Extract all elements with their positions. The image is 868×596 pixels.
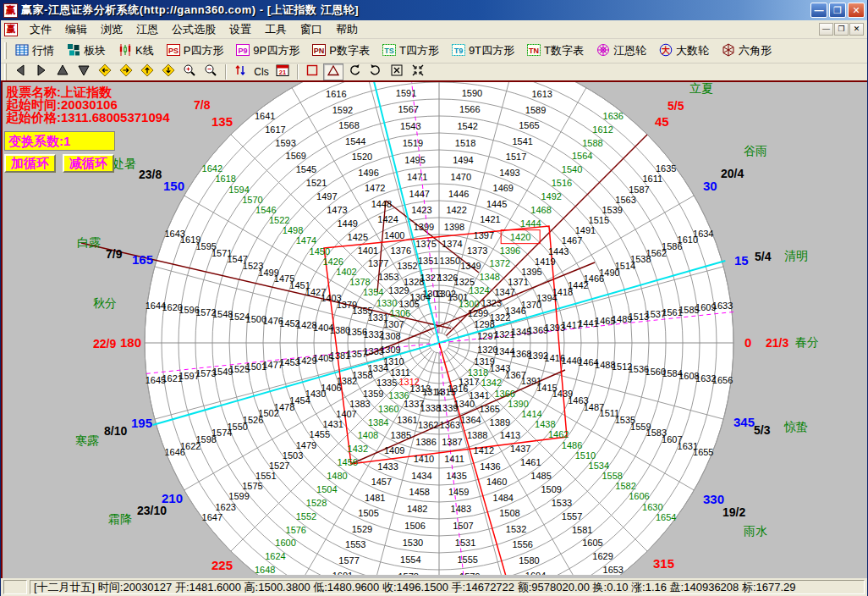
coefficient-field[interactable]: 变换系数:1 — [4, 131, 115, 151]
wheel-number: 1364 — [460, 415, 481, 425]
wheel-number: 1521 — [306, 178, 327, 188]
menu-item-窗口[interactable]: 窗口 — [294, 20, 329, 39]
svg-text:21: 21 — [279, 69, 286, 76]
wheel-number: 1407 — [336, 409, 356, 419]
toolbar-9t-square-button[interactable]: T99T四方形 — [447, 41, 519, 62]
wheel-outer-label: 寒露 — [75, 433, 99, 447]
toolbar-p-square-button[interactable]: PSP四方形 — [162, 41, 229, 62]
menu-item-编辑[interactable]: 编辑 — [58, 20, 94, 39]
toolbar-quotes-button[interactable]: 行情 — [10, 41, 59, 62]
toolbar-p-table-button[interactable]: PNP数字表 — [307, 41, 375, 62]
mdi-close-button[interactable]: ✕ — [849, 23, 864, 36]
wheel-number: 1449 — [337, 218, 357, 229]
wheel-number: 1569 — [286, 151, 306, 161]
mdi-minimize-button[interactable]: — — [819, 23, 833, 36]
pan-down-button[interactable] — [158, 63, 179, 80]
menu-item-帮助[interactable]: 帮助 — [329, 20, 365, 39]
menu-item-浏览[interactable]: 浏览 — [94, 20, 129, 39]
minimize-button[interactable]: — — [810, 3, 827, 18]
wheel-number: 1645 — [146, 375, 166, 385]
toolbar-t-square-button[interactable]: TST四方形 — [377, 41, 444, 62]
restore-button[interactable]: ❐ — [829, 3, 846, 18]
toolbar-9p-square-button[interactable]: P99P四方形 — [231, 41, 305, 62]
wheel-number: 1341 — [469, 390, 489, 400]
calendar-button[interactable]: 21 — [272, 63, 293, 80]
pn-badge-icon: PN — [312, 43, 326, 59]
next-button[interactable] — [31, 63, 52, 80]
pan-up-button[interactable] — [137, 63, 157, 80]
kline-icon — [118, 43, 132, 59]
pan-right-button[interactable] — [116, 63, 136, 80]
rotate-cw-button[interactable] — [365, 63, 386, 80]
wheel-number: 1604 — [525, 571, 546, 575]
toolbar-big-wheel-button[interactable]: 大大数轮 — [654, 41, 714, 62]
wheel-number: 1360 — [378, 404, 398, 414]
square-tool-button[interactable] — [302, 63, 322, 80]
arrow-left-icon — [14, 63, 27, 80]
pan-left-button[interactable] — [95, 63, 115, 80]
menu-item-江恩[interactable]: 江恩 — [129, 20, 165, 39]
cls-button[interactable]: Cls — [251, 63, 272, 80]
wheel-number: 1473 — [327, 205, 347, 215]
toolbar-kline-button[interactable]: K线 — [113, 41, 159, 62]
wheel-number: 1375 — [415, 239, 436, 249]
menu-item-公式选股[interactable]: 公式选股 — [165, 20, 222, 39]
status-bar: [十二月廿五] 时间:20030127 开:1481.6000 高:1500.3… — [1, 578, 867, 596]
toolbar-sectors-button[interactable]: 板块 — [62, 41, 111, 62]
menu-item-文件[interactable]: 文件 — [23, 20, 58, 39]
close-button[interactable]: ✕ — [848, 3, 865, 18]
wheel-number: 1570 — [242, 195, 262, 205]
wheel-number: 1519 — [403, 138, 423, 148]
wheel-number: 1580 — [519, 555, 539, 566]
toolbar-t-table-button[interactable]: TNT数字表 — [522, 41, 589, 62]
wheel-number: 1545 — [296, 164, 316, 174]
wheel-number: 1385 — [391, 430, 411, 440]
wheel-number: 1438 — [535, 419, 555, 429]
triangle-tool-button[interactable] — [323, 63, 343, 80]
app-window: 赢 赢家-江恩证券分析系统(http://gann360.com) - [上证指… — [0, 0, 868, 596]
toolbar-gann-wheel-button[interactable]: 江恩轮 — [591, 41, 651, 62]
wheel-number: 1383 — [349, 399, 370, 409]
wheel-number: 1482 — [407, 504, 427, 514]
wheel-outer-label: 0 — [744, 335, 751, 350]
up-down-arrows-icon — [233, 63, 247, 80]
wheel-number: 1629 — [592, 551, 613, 561]
toolbar-label: P四方形 — [184, 43, 224, 58]
zoom-out-button[interactable] — [201, 63, 221, 80]
fit-box-icon — [390, 63, 404, 80]
mdi-window-controls: — ❐ ✕ — [819, 23, 864, 36]
sub-cycle-button[interactable]: 减循环 — [63, 154, 114, 173]
wheel-outer-label: 20/4 — [721, 167, 744, 180]
step-down-button[interactable] — [74, 63, 94, 80]
wheel-number: 1484 — [493, 493, 514, 503]
updown-button[interactable] — [230, 63, 250, 80]
wheel-number: 1446 — [448, 189, 469, 199]
wheel-outer-label: 谷雨 — [744, 144, 767, 157]
rotate-ccw-button[interactable] — [344, 63, 365, 80]
fit-button[interactable] — [387, 63, 407, 80]
center-button[interactable] — [408, 63, 428, 80]
wheel-number: 1450 — [310, 246, 330, 257]
wheel-number: 1408 — [358, 430, 378, 440]
toolbar-separator — [297, 64, 299, 80]
wheel-number: 1522 — [269, 215, 289, 225]
wheel-number: 1618 — [215, 174, 235, 184]
zoom-in-button[interactable] — [179, 63, 200, 80]
wheel-number: 1445 — [486, 199, 507, 209]
step-up-button[interactable] — [52, 63, 73, 80]
wheel-number: 1554 — [400, 555, 420, 565]
prev-button[interactable] — [10, 63, 30, 80]
wheel-number: 1592 — [332, 105, 353, 115]
toolbar-separator — [225, 64, 227, 80]
wheel-number: 1600 — [275, 538, 295, 548]
add-cycle-button[interactable]: 加循环 — [4, 154, 56, 173]
calendar-icon: 21 — [276, 63, 289, 80]
mdi-restore-button[interactable]: ❐ — [834, 23, 849, 36]
menu-item-工具[interactable]: 工具 — [258, 20, 294, 39]
svg-text:PN: PN — [314, 47, 325, 55]
menu-item-设置[interactable]: 设置 — [222, 20, 258, 39]
toolbar-hexagon-button[interactable]: 六角形 — [717, 41, 777, 62]
info-panel: 股票名称:上证指数 起始时间:20030106 起始价格:1311.680053… — [4, 86, 169, 173]
wheel-number: 1529 — [352, 524, 372, 534]
wheel-number: 1636 — [603, 111, 624, 121]
